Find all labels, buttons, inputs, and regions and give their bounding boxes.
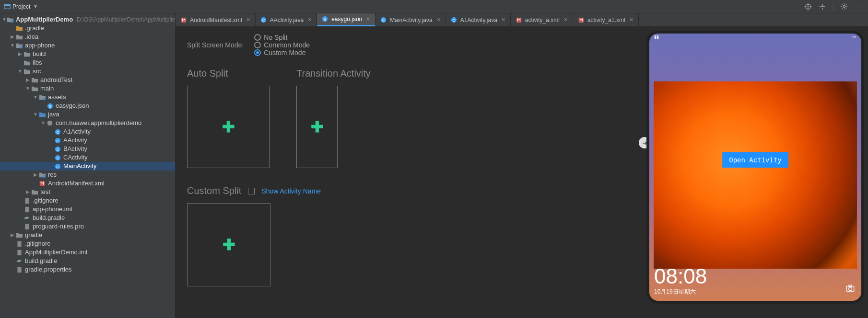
tree-item[interactable]: {}easygo.json (0, 102, 175, 110)
tree-arrow-icon: ▶ (33, 170, 38, 179)
svg-text:C: C (382, 18, 385, 22)
tree-item[interactable]: proguard-rules.pro (0, 222, 175, 231)
target-icon[interactable] (802, 1, 814, 12)
tree-item[interactable]: libs (0, 58, 175, 67)
tree-item[interactable]: ▶res (0, 170, 175, 179)
chevron-down-icon: ▼ (33, 4, 38, 9)
close-icon[interactable]: ✕ (366, 16, 370, 23)
custom-split-add-card[interactable]: ✚ (187, 203, 270, 286)
tree-item[interactable]: CAActivity (0, 136, 175, 145)
tree-item[interactable]: CBActivity (0, 145, 175, 153)
editor-tab[interactable]: CMainActivity.java✕ (375, 13, 446, 26)
show-activity-name-checkbox[interactable] (248, 188, 255, 194)
module-icon (15, 42, 23, 49)
collapse-icon[interactable] (817, 1, 828, 12)
tree-item[interactable]: build.gradle (0, 257, 175, 265)
battery-icon: ▭ (852, 34, 856, 41)
plus-icon: ✚ (222, 118, 235, 136)
tree-root[interactable]: ▼AppMultiplierDemoD:\DS\AppMultiplierDem… (0, 15, 175, 24)
class-icon: C (54, 154, 61, 161)
signal-icon: ▮▮ (654, 34, 659, 41)
close-icon[interactable]: ✕ (436, 17, 441, 23)
tree-item[interactable]: AndroidManifest.xml (0, 179, 175, 188)
tree-item[interactable]: ▼src (0, 67, 175, 76)
tree-item[interactable]: ▼main (0, 84, 175, 93)
show-activity-name-link[interactable]: Show Activity Name (261, 187, 321, 195)
tree-arrow-icon: ▼ (10, 41, 15, 50)
project-dropdown[interactable]: Project ▼ (4, 3, 38, 10)
svg-text:C: C (56, 164, 59, 169)
tree-item[interactable]: app-phone.iml (0, 205, 175, 214)
tree-item[interactable]: ▶androidTest (0, 76, 175, 84)
editor-tab[interactable]: activity_a.xml✕ (511, 13, 573, 26)
tree-item[interactable]: AppMultiplierDemo.iml (0, 248, 175, 257)
mode-radio[interactable]: Common Mode (254, 41, 310, 49)
class-icon: C (54, 128, 61, 136)
transition-add-card[interactable]: ✚ (296, 86, 338, 168)
mode-label: Custom Mode (264, 49, 305, 57)
tree-item-label: main (40, 84, 54, 93)
close-icon[interactable]: ✕ (501, 17, 505, 23)
tree-item-label: libs (33, 58, 42, 67)
module-icon (7, 16, 14, 23)
tree-item[interactable]: .gradle (0, 24, 175, 33)
svg-text:{}: {} (49, 104, 51, 108)
gear-icon[interactable] (838, 1, 850, 12)
tree-item[interactable]: ▶test (0, 188, 175, 196)
tree-arrow-icon: ▶ (25, 76, 31, 84)
tree-item[interactable]: .gitignore (0, 196, 175, 205)
minimize-icon[interactable]: — (853, 1, 864, 12)
editor-tab[interactable]: CA1Activity.java✕ (446, 13, 511, 26)
editor-tab[interactable]: CAActivity.java✕ (256, 13, 317, 26)
auto-split-title: Auto Split (187, 68, 270, 79)
editor-tab[interactable]: activity_a1.xml✕ (573, 13, 639, 26)
folder-icon (23, 59, 31, 67)
tree-item[interactable]: ▶gradle (0, 231, 175, 239)
mode-radio[interactable]: No Split (254, 34, 310, 41)
svg-rect-1 (4, 4, 10, 6)
auto-split-add-card[interactable]: ✚ (187, 86, 270, 168)
tree-item-label: .idea (25, 33, 38, 41)
mode-radio[interactable]: Custom Mode (254, 49, 310, 57)
folder-icon (31, 188, 38, 196)
tree-item[interactable]: CMainActivity (0, 162, 175, 170)
editor-tabs: AndroidManifest.xml✕CAActivity.java✕{}ea… (176, 13, 868, 27)
tree-item[interactable]: ▶.idea (0, 33, 175, 41)
tree-item-label: MainActivity (63, 162, 96, 170)
tree-item[interactable]: ▼java (0, 110, 175, 119)
tree-arrow-icon: ▶ (10, 33, 15, 41)
tree-item-label: assets (48, 93, 66, 102)
class-icon: C (260, 17, 267, 23)
editor-tab[interactable]: AndroidManifest.xml✕ (176, 13, 256, 26)
tree-item[interactable]: ▼assets (0, 93, 175, 102)
custom-split-title: Custom Split (187, 185, 241, 196)
class-icon: C (54, 145, 61, 153)
svg-text:{}: {} (324, 17, 326, 21)
gradle-icon (15, 257, 23, 265)
tree-item[interactable]: gradle.properties (0, 265, 175, 274)
close-icon[interactable]: ✕ (246, 17, 250, 23)
editor-tab[interactable]: {}easygo.json✕ (317, 13, 375, 26)
chevron-down-icon: ▼ (2, 15, 7, 24)
tab-label: AActivity.java (270, 17, 304, 23)
tree-item[interactable]: ▶build (0, 50, 175, 58)
tree-item[interactable]: ▼app-phone (0, 41, 175, 50)
tree-item[interactable]: build.gradle (0, 214, 175, 222)
tree-item-label: src (33, 67, 41, 76)
svg-text:C: C (262, 18, 265, 22)
file-icon (23, 205, 31, 213)
tree-item-label: AppMultiplierDemo.iml (25, 248, 87, 257)
open-activity-button[interactable]: Open Activity (722, 152, 788, 168)
close-icon[interactable]: ✕ (629, 17, 633, 23)
close-icon[interactable]: ✕ (307, 17, 312, 23)
svg-rect-33 (17, 241, 21, 246)
close-icon[interactable]: ✕ (563, 17, 568, 23)
tree-item[interactable]: CCActivity (0, 153, 175, 162)
tree-item[interactable]: ▼com.huawei.appmultiplierdemo (0, 119, 175, 127)
tree-item[interactable]: .gitignore (0, 239, 175, 248)
radio-icon (254, 42, 261, 48)
tree-item[interactable]: CA1Activity (0, 127, 175, 136)
file-icon (15, 240, 23, 248)
device-preview-panel: ➜ ▮▮ ▭ Open Activity 08:08 10月19日星期六 (643, 27, 868, 318)
radio-icon (254, 34, 261, 41)
